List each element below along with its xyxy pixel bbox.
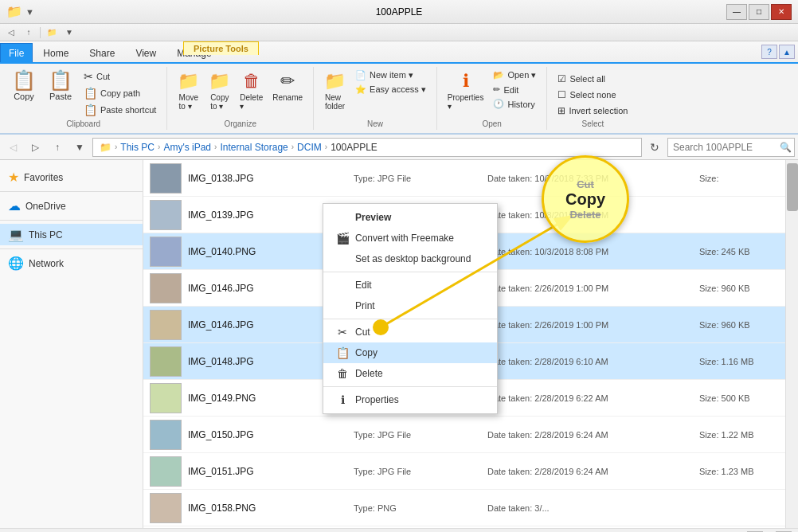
clipboard-group-label: Clipboard — [6, 118, 160, 128]
copy-to-label: Copyto ▾ — [210, 93, 229, 111]
invert-selection-button[interactable]: ⊞ Invert selection — [554, 104, 632, 118]
table-row[interactable]: IMG_0138.JPG Type: JPG File Date taken: … — [143, 160, 785, 197]
new-folder-label: Newfolder — [325, 93, 345, 111]
picture-tools-tab[interactable]: Picture Tools — [183, 41, 259, 55]
ctx-print-icon — [336, 299, 349, 312]
copy-path-icon: 📋 — [84, 87, 97, 100]
delete-icon: 🗑 — [243, 71, 260, 92]
collapse-ribbon-button[interactable]: ▲ — [779, 45, 795, 59]
up-button[interactable]: ↑ — [48, 138, 67, 157]
file-details: Date taken: 3/... — [487, 503, 693, 513]
cut-label: Cut — [96, 72, 110, 81]
qa-folder[interactable]: 📁 — [44, 25, 60, 40]
forward-button[interactable]: ▷ — [25, 138, 45, 157]
easy-access-button[interactable]: ⭐ Easy access ▾ — [351, 83, 430, 96]
move-to-button[interactable]: 📁 Moveto ▾ — [174, 68, 203, 113]
history-button[interactable]: 🕐 History — [489, 97, 540, 111]
copy-to-button[interactable]: 📁 Copyto ▾ — [205, 68, 234, 113]
cut-button[interactable]: ✂ Cut — [80, 68, 160, 84]
ctx-convert[interactable]: 🎬 Convert with Freemake — [323, 228, 497, 248]
sidebar-item-this-pc[interactable]: 💻 This PC — [0, 224, 143, 245]
open-button[interactable]: 📂 Open ▾ — [489, 68, 540, 82]
ctx-print[interactable]: Print — [323, 295, 497, 316]
new-item-label: New item ▾ — [370, 70, 413, 80]
qa-dropdown[interactable]: ▼ — [61, 25, 77, 40]
copy-button[interactable]: 📋 Copy — [6, 68, 41, 104]
status-bar: 25 items 5 items selected 2.44 MB ☰ ⊞ — [0, 528, 798, 532]
address-path[interactable]: 📁 › This PC › Amy's iPad › Internal Stor… — [92, 138, 642, 157]
ctx-preview[interactable]: Preview — [323, 207, 497, 228]
sidebar-item-network[interactable]: 🌐 Network — [0, 252, 143, 274]
open-icon: 📂 — [493, 70, 504, 80]
move-to-label: Moveto ▾ — [179, 93, 198, 111]
favorites-icon: ★ — [8, 170, 19, 185]
scrollbar-thumb[interactable] — [787, 163, 798, 211]
back-button[interactable]: ◁ — [3, 138, 22, 157]
rename-button[interactable]: ✏ Rename — [268, 68, 307, 104]
maximize-button[interactable]: □ — [749, 4, 769, 20]
select-none-button[interactable]: ☐ Select none — [554, 88, 632, 102]
qa-back[interactable]: ◁ — [3, 25, 19, 40]
window-title: 100APPLE — [376, 6, 423, 18]
close-button[interactable]: ✕ — [771, 4, 792, 20]
open-group-label: Open — [444, 118, 541, 128]
sidebar-item-onedrive[interactable]: ☁ OneDrive — [0, 195, 143, 217]
file-thumbnail — [150, 273, 182, 303]
minimize-button[interactable]: — — [726, 4, 747, 20]
new-folder-button[interactable]: 📁 Newfolder — [320, 68, 350, 113]
file-thumbnail — [150, 237, 182, 267]
clipboard-group: 📋 Copy 📋 Paste ✂ Cut — [0, 67, 167, 130]
delete-label: Delete▾ — [240, 93, 263, 111]
tab-home[interactable]: Home — [33, 43, 79, 62]
file-thumbnail — [150, 456, 182, 487]
file-size: Size: 500 KB — [699, 393, 779, 403]
tab-view[interactable]: View — [125, 43, 166, 62]
path-this-pc[interactable]: This PC — [120, 142, 155, 153]
file-details: Date taken: 10/7/2018 7:33 PM — [487, 174, 693, 183]
search-wrapper: 🔍 — [667, 138, 795, 157]
path-dcim[interactable]: DCIM — [297, 142, 322, 153]
ctx-copy[interactable]: 📋 Copy — [323, 342, 497, 363]
ctx-cut[interactable]: ✂ Cut — [323, 322, 497, 342]
ctx-delete[interactable]: 🗑 Delete — [323, 363, 497, 384]
recent-locations-button[interactable]: ▼ — [70, 138, 89, 157]
ctx-separator-2 — [323, 319, 497, 319]
table-row[interactable]: IMG_0150.JPG Type: JPG File Date taken: … — [143, 417, 785, 453]
ctx-edit[interactable]: Edit — [323, 275, 497, 295]
properties-icon: ℹ — [463, 71, 469, 92]
sidebar-item-favorites[interactable]: ★ Favorites — [0, 166, 143, 188]
copy-label: Copy — [14, 92, 34, 101]
scrollbar[interactable] — [785, 160, 798, 528]
tab-file[interactable]: File — [0, 43, 33, 62]
copy-path-button[interactable]: 📋 Copy path — [80, 85, 160, 101]
ctx-desktop-bg[interactable]: Set as desktop background — [323, 248, 497, 269]
edit-ribbon-button[interactable]: ✏ Edit — [489, 83, 540, 96]
file-details: Date taken: 2/26/2019 1:00 PM — [487, 320, 693, 330]
title-bar-left: 📁 ▼ — [6, 4, 34, 19]
ctx-properties[interactable]: ℹ Properties — [323, 389, 497, 410]
qa-up[interactable]: ↑ — [21, 25, 37, 40]
path-ipad[interactable]: Amy's iPad — [163, 142, 211, 153]
path-internal-storage[interactable]: Internal Storage — [220, 142, 288, 153]
tab-share[interactable]: Share — [79, 43, 125, 62]
help-button[interactable]: ? — [761, 45, 777, 59]
paste-button[interactable]: 📋 Paste — [43, 68, 78, 104]
path-100apple[interactable]: 100APPLE — [331, 142, 377, 153]
select-all-button[interactable]: ☑ Select all — [554, 72, 632, 86]
table-row[interactable]: IMG_0158.PNG Type: PNG Date taken: 3/... — [143, 490, 785, 526]
table-row[interactable]: IMG_0151.JPG Type: JPG File Date taken: … — [143, 453, 785, 490]
file-thumbnail — [150, 493, 182, 523]
file-size: Size: 1.16 MB — [699, 357, 779, 366]
search-icon: 🔍 — [780, 142, 792, 153]
select-buttons: ☑ Select all ☐ Select none ⊞ Invert sele… — [554, 68, 632, 118]
refresh-button[interactable]: ↻ — [645, 138, 664, 157]
search-input[interactable] — [667, 138, 795, 157]
onedrive-icon: ☁ — [8, 198, 21, 213]
new-item-button[interactable]: 📄 New item ▾ — [351, 68, 430, 82]
file-type: Type: JPG File — [354, 467, 481, 476]
organize-buttons: 📁 Moveto ▾ 📁 Copyto ▾ 🗑 Delete▾ ✏ Rename — [174, 68, 307, 118]
properties-button[interactable]: ℹ Properties▾ — [444, 68, 488, 113]
delete-button[interactable]: 🗑 Delete▾ — [236, 68, 267, 113]
paste-shortcut-button[interactable]: 📋 Paste shortcut — [80, 102, 160, 118]
clipboard-buttons: 📋 Copy 📋 Paste ✂ Cut — [6, 68, 160, 118]
